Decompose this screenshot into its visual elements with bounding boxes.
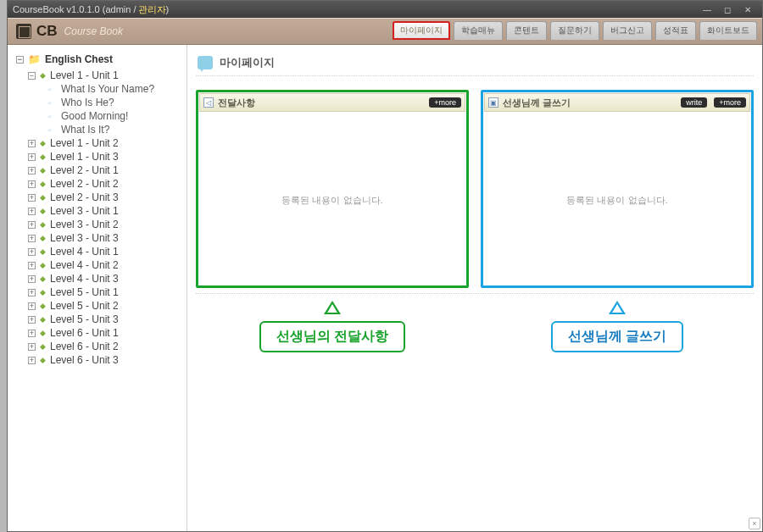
- tree-unit-label: Level 4 - Unit 3: [50, 273, 119, 285]
- top-nav: 마이페이지 학습매뉴 콘텐트 질문하기 버그신고 성적표 화이트보드: [393, 21, 757, 40]
- expand-icon[interactable]: +: [28, 357, 36, 364]
- brand-subtitle: Course Book: [64, 25, 123, 37]
- diamond-icon: ◆: [40, 234, 46, 242]
- body: − 📁 English Chest − ◆ Level 1 - Unit 1: [8, 45, 762, 531]
- tree-unit[interactable]: +◆Level 4 - Unit 2: [28, 258, 183, 272]
- tab-whiteboard[interactable]: 화이트보드: [699, 21, 757, 40]
- tree-unit[interactable]: +◆Level 6 - Unit 2: [28, 340, 183, 353]
- expand-icon[interactable]: +: [28, 180, 36, 188]
- expand-icon[interactable]: +: [28, 140, 36, 147]
- panel-title: 선생님께 글쓰기: [503, 97, 674, 109]
- tree-page-label: What Is It?: [61, 124, 109, 136]
- tree-unit-label: Level 2 - Unit 1: [50, 164, 119, 176]
- expand-icon[interactable]: +: [28, 194, 36, 202]
- diamond-icon: ◆: [40, 247, 46, 256]
- page-shadow: [0, 0, 7, 532]
- tree-unit-label: Level 3 - Unit 1: [50, 205, 119, 217]
- panel-empty-text: 등록된 내용이 없습니다.: [483, 114, 751, 285]
- more-button[interactable]: +more: [714, 97, 746, 108]
- expand-icon[interactable]: +: [28, 153, 36, 161]
- collapse-icon[interactable]: −: [16, 56, 24, 64]
- expand-icon[interactable]: +: [28, 343, 36, 351]
- tab-report-card[interactable]: 성적표: [655, 21, 696, 40]
- expand-icon[interactable]: +: [28, 330, 36, 337]
- tree-unit[interactable]: +◆Level 6 - Unit 3: [28, 353, 183, 367]
- tree-unit[interactable]: +◆Level 2 - Unit 3: [28, 191, 183, 204]
- tree-unit[interactable]: +◆Level 1 - Unit 3: [28, 150, 183, 163]
- tree-unit[interactable]: +◆Level 2 - Unit 1: [28, 163, 183, 177]
- diamond-icon: ◆: [40, 180, 46, 188]
- tree-unit-label: Level 1 - Unit 3: [50, 151, 119, 163]
- tab-learning-menu[interactable]: 학습매뉴: [454, 21, 503, 40]
- tree-unit-label: Level 6 - Unit 2: [50, 341, 119, 352]
- collapse-icon[interactable]: −: [28, 72, 36, 80]
- expand-icon[interactable]: +: [28, 275, 36, 283]
- panels-row: ◁ 전달사항 +more 등록된 내용이 없습니다. ▣ 선생님께 글쓰기 wr…: [196, 90, 754, 288]
- tree-unit[interactable]: +◆Level 2 - Unit 2: [28, 177, 183, 191]
- tree-unit[interactable]: +◆Level 4 - Unit 3: [28, 272, 183, 285]
- more-button[interactable]: +more: [429, 97, 461, 108]
- page-icon: ▫: [48, 125, 57, 135]
- minimize-button[interactable]: —: [698, 4, 716, 15]
- tree-unit-label: Level 5 - Unit 2: [50, 300, 119, 312]
- expand-icon[interactable]: +: [28, 208, 36, 215]
- window-title-role: 관리자: [138, 3, 166, 16]
- tree-page[interactable]: ▫ What Is It?: [48, 123, 183, 136]
- tree-unit-label: Level 3 - Unit 2: [50, 219, 119, 230]
- tree-unit-label: Level 4 - Unit 2: [50, 259, 119, 271]
- tab-mypage[interactable]: 마이페이지: [393, 21, 450, 40]
- expand-icon[interactable]: +: [28, 302, 36, 310]
- tab-content[interactable]: 콘텐트: [506, 21, 547, 40]
- tree-unit[interactable]: +◆Level 1 - Unit 2: [28, 136, 183, 150]
- arrow-up-icon: [609, 301, 626, 314]
- tree-page-label: Good Morning!: [61, 110, 128, 122]
- page-icon: ▫: [48, 85, 57, 94]
- tree-unit-label: Level 4 - Unit 1: [50, 246, 119, 258]
- page-title: 마이페이지: [220, 55, 275, 70]
- close-button[interactable]: ✕: [738, 4, 757, 15]
- diamond-icon: ◆: [40, 342, 46, 351]
- tree-unit[interactable]: +◆Level 5 - Unit 2: [28, 299, 183, 313]
- tree-unit[interactable]: +◆Level 5 - Unit 3: [28, 313, 183, 326]
- expand-icon[interactable]: +: [28, 167, 36, 175]
- tree-unit[interactable]: +◆Level 3 - Unit 3: [28, 231, 183, 245]
- panel-header: ▣ 선생님께 글쓰기 write +more: [484, 93, 750, 112]
- hint-close-button[interactable]: ×: [749, 518, 760, 529]
- brand-logo-text: CB: [36, 23, 58, 40]
- callout-write-to-teacher: 선생님께 글쓰기: [551, 321, 683, 352]
- expand-icon[interactable]: +: [28, 262, 36, 269]
- window-title-prefix: CourseBook v1.0.1.0 (admin /: [13, 4, 136, 14]
- tree-unit[interactable]: +◆Level 6 - Unit 1: [28, 326, 183, 340]
- speech-bubble-icon: [198, 56, 213, 69]
- panel-header: ◁ 전달사항 +more: [199, 93, 465, 112]
- tree-root[interactable]: − 📁 English Chest: [16, 52, 183, 67]
- tree-unit-label: Level 3 - Unit 3: [50, 232, 119, 244]
- tree-unit[interactable]: +◆Level 3 - Unit 2: [28, 218, 183, 231]
- tree-unit[interactable]: +◆Level 3 - Unit 1: [28, 204, 183, 218]
- expand-icon[interactable]: +: [28, 248, 36, 256]
- tree-unit-label: Level 1 - Unit 1: [50, 69, 119, 81]
- expand-icon[interactable]: +: [28, 221, 36, 229]
- tab-bug-report[interactable]: 버그신고: [603, 21, 652, 40]
- tree-unit[interactable]: +◆Level 4 - Unit 1: [28, 245, 183, 258]
- write-button[interactable]: write: [681, 97, 707, 108]
- maximize-button[interactable]: ◻: [718, 4, 737, 15]
- tree-page[interactable]: ▫ Good Morning!: [48, 109, 183, 123]
- tree-unit-label: Level 1 - Unit 2: [50, 137, 119, 149]
- diamond-icon: ◆: [40, 193, 46, 202]
- tree-unit[interactable]: +◆Level 5 - Unit 1: [28, 285, 183, 299]
- diamond-icon: ◆: [40, 329, 46, 337]
- panel-teacher-notice: ◁ 전달사항 +more 등록된 내용이 없습니다.: [196, 90, 469, 288]
- panel-title: 전달사항: [218, 97, 422, 109]
- diamond-icon: ◆: [40, 315, 46, 324]
- callout-left: 선생님의 전달사항: [196, 301, 469, 352]
- expand-icon[interactable]: +: [28, 316, 36, 324]
- expand-icon[interactable]: +: [28, 289, 36, 296]
- tree-page[interactable]: ▫ What Is Your Name?: [48, 82, 183, 96]
- tab-ask-question[interactable]: 질문하기: [550, 21, 599, 40]
- expand-icon[interactable]: +: [28, 235, 36, 242]
- diamond-icon: ◆: [40, 71, 46, 80]
- tree-unit-expanded[interactable]: − ◆ Level 1 - Unit 1: [28, 69, 183, 82]
- tree-page[interactable]: ▫ Who Is He?: [48, 96, 183, 109]
- panel-empty-text: 등록된 내용이 없습니다.: [198, 114, 466, 285]
